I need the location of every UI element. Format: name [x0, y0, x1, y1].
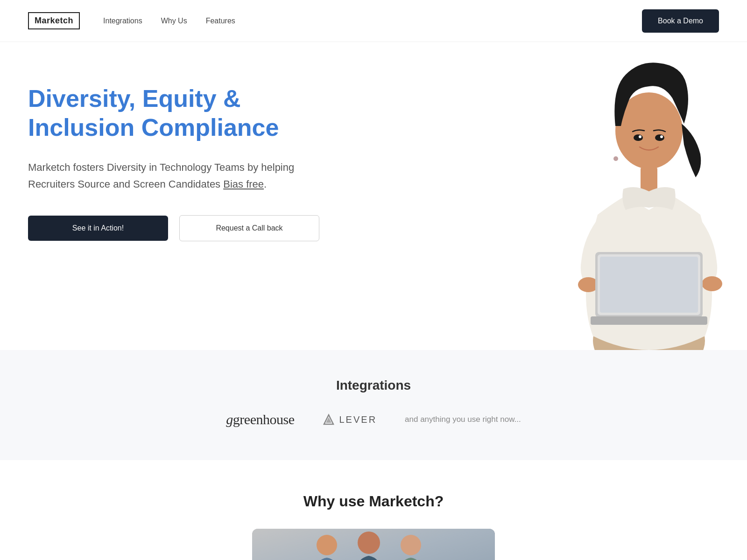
team-photo-bg	[252, 529, 495, 560]
why-section: Why use Marketch?	[0, 460, 747, 560]
nav-link-features[interactable]: Features	[206, 17, 235, 25]
svg-point-9	[613, 156, 618, 161]
svg-point-11	[655, 134, 664, 141]
lever-text: LEVER	[339, 414, 377, 425]
bias-free-link[interactable]: Bias free	[223, 178, 264, 190]
callback-button[interactable]: Request a Call back	[179, 215, 319, 241]
hero-description-end: .	[264, 178, 267, 190]
svg-rect-2	[641, 166, 657, 191]
svg-point-13	[660, 135, 663, 138]
why-team-image	[252, 529, 495, 560]
nav-left: Marketch Integrations Why Us Features	[28, 12, 235, 29]
navbar: Marketch Integrations Why Us Features Bo…	[0, 0, 747, 42]
lever-chevron-icon	[322, 413, 335, 426]
svg-point-10	[634, 134, 643, 141]
integration-logos: ggreenhouse LEVER and anything you use r…	[28, 412, 719, 427]
nav-link-whyus[interactable]: Why Us	[161, 17, 187, 25]
svg-point-17	[317, 535, 337, 555]
greenhouse-logo: ggreenhouse	[226, 412, 294, 427]
nav-item-whyus[interactable]: Why Us	[161, 17, 187, 25]
team-svg	[252, 529, 495, 560]
hero-buttons: See it in Action! Request a Call back	[28, 215, 345, 241]
why-title: Why use Marketch?	[28, 493, 719, 510]
hero-title: Diversity, Equity & Inclusion Compliance	[28, 84, 345, 142]
hero-section: Diversity, Equity & Inclusion Compliance…	[0, 42, 747, 350]
integrations-section: Integrations ggreenhouse LEVER and anyth…	[0, 350, 747, 460]
nav-links: Integrations Why Us Features	[103, 17, 235, 25]
hero-description: Marketch fosters Diversity in Technology…	[28, 159, 317, 193]
svg-point-12	[639, 135, 641, 138]
svg-rect-8	[591, 316, 707, 325]
book-demo-button[interactable]: Book a Demo	[642, 9, 719, 33]
hero-content: Diversity, Equity & Inclusion Compliance…	[28, 79, 345, 241]
svg-point-4	[702, 276, 722, 291]
greenhouse-label: greenhouse	[233, 412, 295, 427]
lever-logo: LEVER	[322, 413, 377, 426]
svg-point-18	[358, 532, 380, 554]
hero-figure-svg	[551, 51, 747, 350]
see-action-button[interactable]: See it in Action!	[28, 216, 168, 241]
brand-logo[interactable]: Marketch	[28, 12, 80, 29]
nav-item-features[interactable]: Features	[206, 17, 235, 25]
nav-item-integrations[interactable]: Integrations	[103, 17, 142, 25]
svg-point-19	[401, 535, 421, 555]
greenhouse-g-letter: g	[226, 412, 233, 427]
integrations-title: Integrations	[28, 378, 719, 393]
svg-rect-7	[600, 257, 698, 313]
greenhouse-text: ggreenhouse	[226, 412, 294, 427]
and-anything-text: and anything you use right now...	[405, 415, 521, 424]
hero-image	[532, 42, 747, 350]
nav-link-integrations[interactable]: Integrations	[103, 17, 142, 25]
